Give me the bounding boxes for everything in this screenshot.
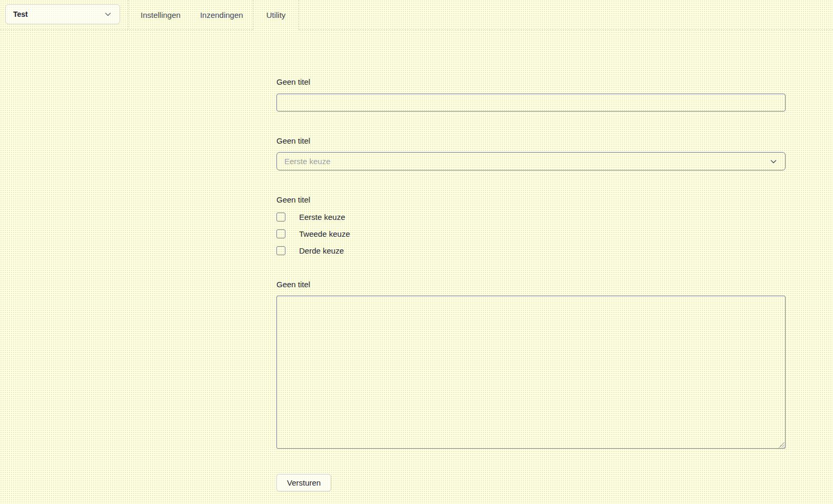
field-checkbox-group: Geen titel Eerste keuze Tweede keuze Der… <box>276 196 786 255</box>
checkbox-row: Tweede keuze <box>276 229 786 238</box>
field-label: Geen titel <box>276 78 786 87</box>
checkbox-tweede-keuze[interactable] <box>276 229 285 238</box>
field-textarea: Geen titel <box>276 280 786 449</box>
header-bottom-border <box>0 29 253 30</box>
select-input[interactable]: Eerste keuze <box>276 152 786 170</box>
checkbox-label[interactable]: Derde keuze <box>291 246 344 255</box>
form-selector-dropdown[interactable]: Test <box>5 4 120 24</box>
checkbox-derde-keuze[interactable] <box>276 246 285 255</box>
header-bottom-border <box>299 29 833 30</box>
field-label: Geen titel <box>276 137 786 146</box>
textarea-input[interactable] <box>276 296 786 449</box>
textarea-wrapper <box>276 296 786 449</box>
submit-button[interactable]: Versturen <box>276 474 331 491</box>
field-select: Geen titel Eerste keuze <box>276 137 786 171</box>
field-label: Geen titel <box>276 196 786 205</box>
topbar: Test Instellingen Inzendingen Utility <box>0 0 833 30</box>
tab-inzendingen[interactable]: Inzendingen <box>193 0 250 30</box>
chevron-down-icon <box>769 157 778 166</box>
tab-utility[interactable]: Utility <box>253 0 299 30</box>
checkbox-eerste-keuze[interactable] <box>276 213 285 221</box>
field-text: Geen titel <box>276 78 786 112</box>
checkbox-row: Derde keuze <box>276 246 786 255</box>
chevron-down-icon <box>104 10 112 18</box>
textarea-resize-handle[interactable] <box>779 442 785 448</box>
form-preview-area: Geen titel Geen titel Eerste keuze Geen … <box>0 30 786 491</box>
tab-bar: Instellingen Inzendingen <box>128 0 250 30</box>
field-label: Geen titel <box>276 280 786 289</box>
checkbox-label[interactable]: Tweede keuze <box>291 229 350 238</box>
text-input[interactable] <box>276 94 786 112</box>
tab-instellingen[interactable]: Instellingen <box>134 0 187 30</box>
checkbox-row: Eerste keuze <box>276 213 786 221</box>
select-placeholder: Eerste keuze <box>284 157 331 166</box>
submit-row: Versturen <box>276 474 786 491</box>
checkbox-label[interactable]: Eerste keuze <box>291 213 345 221</box>
form-selector-value: Test <box>13 10 28 18</box>
